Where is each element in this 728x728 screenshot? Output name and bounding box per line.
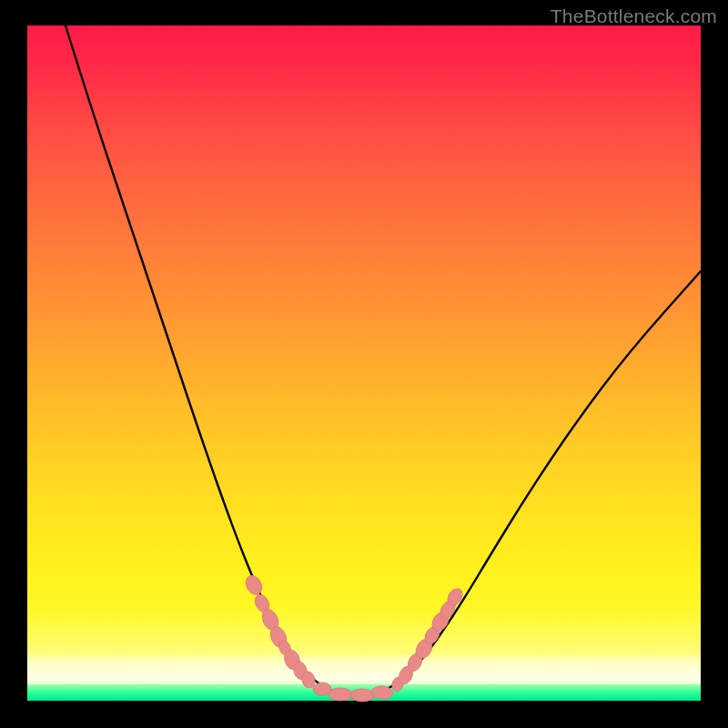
plot-area bbox=[27, 25, 701, 701]
curve-beads bbox=[243, 573, 466, 703]
chart-frame: TheBottleneck.com bbox=[0, 0, 728, 728]
bead bbox=[350, 689, 374, 703]
bottleneck-curve bbox=[66, 25, 701, 696]
bead bbox=[243, 573, 265, 598]
bead bbox=[329, 688, 352, 701]
bottleneck-curve-svg bbox=[27, 25, 701, 701]
watermark-text: TheBottleneck.com bbox=[551, 5, 717, 27]
